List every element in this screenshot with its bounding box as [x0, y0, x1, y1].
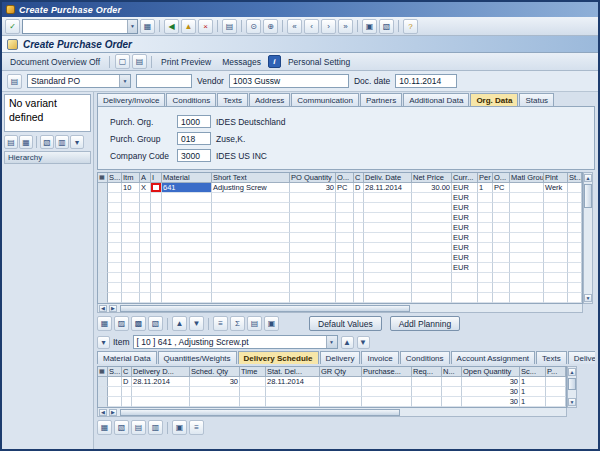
- cell[interactable]: [151, 253, 162, 263]
- select-all-icon[interactable]: ▦: [98, 367, 108, 377]
- cell[interactable]: [140, 243, 151, 253]
- cell[interactable]: [162, 283, 212, 293]
- cell[interactable]: [412, 243, 452, 253]
- find-icon[interactable]: ⊙: [246, 19, 261, 34]
- cell[interactable]: PC: [493, 183, 510, 193]
- cell[interactable]: [336, 283, 354, 293]
- cell[interactable]: [336, 213, 354, 223]
- cell[interactable]: [336, 223, 354, 233]
- cell[interactable]: 30: [290, 183, 336, 193]
- cell[interactable]: [478, 273, 493, 283]
- sidebar-doc-icon[interactable]: ▤: [4, 135, 18, 149]
- cell[interactable]: [151, 213, 162, 223]
- cell[interactable]: [510, 293, 544, 303]
- column-header[interactable]: Curr...: [452, 173, 478, 183]
- cell[interactable]: [162, 293, 212, 303]
- cell[interactable]: X: [140, 183, 151, 193]
- column-header[interactable]: Req...: [412, 367, 442, 377]
- cell[interactable]: 1: [520, 377, 546, 387]
- cell[interactable]: [412, 253, 452, 263]
- cell[interactable]: [442, 387, 462, 397]
- cell[interactable]: [568, 223, 582, 233]
- column-header[interactable]: Delivery D...: [132, 367, 190, 377]
- cell[interactable]: [290, 203, 336, 213]
- cell[interactable]: [162, 233, 212, 243]
- layout-icon[interactable]: ▣: [264, 316, 279, 331]
- row-selector[interactable]: [98, 377, 108, 387]
- cell[interactable]: [320, 397, 362, 407]
- cell[interactable]: [364, 273, 412, 283]
- cell[interactable]: [544, 273, 568, 283]
- column-header[interactable]: GR Qty: [320, 367, 362, 377]
- cell[interactable]: [354, 273, 364, 283]
- cell[interactable]: [364, 213, 412, 223]
- column-header[interactable]: S...: [108, 367, 122, 377]
- column-header[interactable]: Itm: [122, 173, 140, 183]
- create-shortcut-icon[interactable]: ▧: [379, 19, 394, 34]
- cell[interactable]: [544, 193, 568, 203]
- cell[interactable]: [493, 233, 510, 243]
- cell[interactable]: [354, 293, 364, 303]
- cell[interactable]: EUR: [452, 203, 478, 213]
- cell[interactable]: [336, 293, 354, 303]
- cell[interactable]: [568, 293, 582, 303]
- command-dropdown-icon[interactable]: ▼: [127, 20, 137, 33]
- scroll-right-icon[interactable]: ▶: [109, 409, 117, 416]
- cell[interactable]: [140, 273, 151, 283]
- cell[interactable]: [151, 293, 162, 303]
- cell[interactable]: [493, 273, 510, 283]
- tab-delivery-invoice[interactable]: Delivery/Invoice: [97, 93, 165, 106]
- cell[interactable]: [108, 223, 122, 233]
- cell[interactable]: [364, 203, 412, 213]
- cell[interactable]: [336, 193, 354, 203]
- cell[interactable]: [354, 243, 364, 253]
- help-info-icon[interactable]: i: [268, 55, 281, 68]
- cell[interactable]: [108, 203, 122, 213]
- document-overview-toggle[interactable]: Document Overview Off: [6, 55, 104, 69]
- cell[interactable]: [336, 253, 354, 263]
- cell[interactable]: 641: [162, 183, 212, 193]
- cell[interactable]: [212, 243, 290, 253]
- cell[interactable]: [362, 377, 412, 387]
- column-header[interactable]: Sc...: [520, 367, 546, 377]
- print-preview-button[interactable]: Print Preview: [157, 55, 215, 69]
- cell[interactable]: [568, 193, 582, 203]
- item-details-icon[interactable]: ▦: [97, 316, 112, 331]
- item-tab-delivery-schedule[interactable]: Delivery Schedule: [238, 351, 319, 364]
- doc-date-field[interactable]: 10.11.2014: [395, 74, 457, 88]
- cell[interactable]: [212, 213, 290, 223]
- sidebar-tree-icon[interactable]: ▦: [19, 135, 33, 149]
- cell[interactable]: [140, 213, 151, 223]
- filter-icon[interactable]: ≡: [213, 316, 228, 331]
- cell[interactable]: [151, 273, 162, 283]
- cell[interactable]: [108, 243, 122, 253]
- cell[interactable]: [568, 183, 582, 193]
- column-header[interactable]: S...: [108, 173, 122, 183]
- cell[interactable]: [362, 397, 412, 407]
- cell[interactable]: [568, 263, 582, 273]
- cell[interactable]: [122, 293, 140, 303]
- tab-texts[interactable]: Texts: [217, 93, 248, 106]
- cell[interactable]: [290, 193, 336, 203]
- cell[interactable]: [442, 377, 462, 387]
- cell[interactable]: [212, 283, 290, 293]
- row-selector[interactable]: [98, 273, 108, 283]
- cell[interactable]: [108, 263, 122, 273]
- expand-items-icon[interactable]: ▦: [97, 420, 112, 435]
- cell[interactable]: [132, 387, 190, 397]
- cell[interactable]: [354, 233, 364, 243]
- cell[interactable]: [336, 243, 354, 253]
- cell[interactable]: [122, 223, 140, 233]
- cell[interactable]: [544, 233, 568, 243]
- cell[interactable]: [510, 213, 544, 223]
- messages-button[interactable]: Messages: [218, 55, 265, 69]
- cell[interactable]: 30: [462, 397, 520, 407]
- cell[interactable]: [162, 273, 212, 283]
- cell[interactable]: PC: [336, 183, 354, 193]
- cell[interactable]: [240, 397, 266, 407]
- column-header[interactable]: O...: [336, 173, 354, 183]
- scroll-thumb[interactable]: [120, 409, 400, 416]
- cell[interactable]: [140, 283, 151, 293]
- row-selector[interactable]: [98, 293, 108, 303]
- item-tab-quantities-weights[interactable]: Quantities/Weights: [158, 351, 237, 364]
